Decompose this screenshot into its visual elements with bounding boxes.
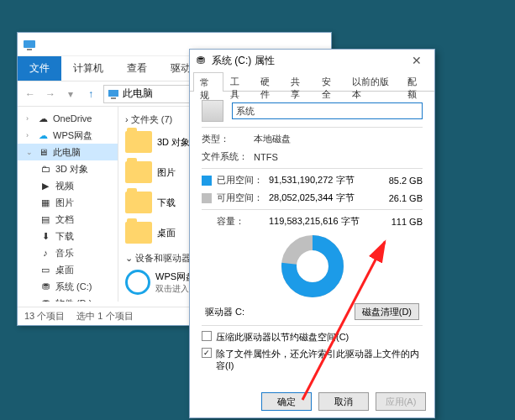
- tab-security[interactable]: 安全: [315, 71, 345, 91]
- type-label: 类型：: [202, 133, 254, 145]
- menu-computer[interactable]: 计算机: [61, 56, 115, 81]
- properties-dialog: ⛃ 系统 (C:) 属性 ✕ 常规 工具 硬件 共享 安全 以前的版本 配额 系…: [189, 49, 435, 418]
- folder-icon: [125, 131, 152, 153]
- cap-gb: 111 GB: [381, 217, 423, 227]
- tree-item[interactable]: 🗀3D 对象: [18, 160, 118, 177]
- close-icon[interactable]: ✕: [404, 54, 429, 67]
- compress-checkbox-row[interactable]: 压缩此驱动器以节约磁盘空间(C): [202, 331, 423, 343]
- dialog-titlebar: ⛃ 系统 (C:) 属性 ✕: [190, 50, 434, 71]
- used-swatch: [202, 176, 212, 186]
- folder-icon: [125, 161, 152, 183]
- tree-item[interactable]: ▭桌面: [18, 261, 118, 278]
- used-label: 已用空间：: [217, 174, 269, 186]
- usage-chart: [279, 233, 346, 300]
- tree-item[interactable]: ▶视频: [18, 177, 118, 194]
- type-value: 本地磁盘: [254, 133, 291, 145]
- tree-item[interactable]: ▤文档: [18, 211, 118, 228]
- free-gb: 26.1 GB: [381, 193, 423, 203]
- tree-item[interactable]: ♪音乐: [18, 244, 118, 261]
- used-gb: 85.2 GB: [381, 176, 423, 186]
- cap-label: 容量：: [217, 215, 269, 228]
- breadcrumb: 此电脑: [123, 87, 153, 101]
- tree-item[interactable]: ⛃系统 (C:): [18, 278, 118, 295]
- tree-wps[interactable]: ›☁WPS网盘: [18, 127, 118, 144]
- disk-cleanup-button[interactable]: 磁盘清理(D): [355, 303, 419, 320]
- tab-hardware[interactable]: 硬件: [254, 71, 284, 91]
- tab-strip: 常规 工具 硬件 共享 安全 以前的版本 配额: [190, 71, 434, 92]
- dialog-title: 系统 (C:) 属性: [212, 54, 275, 68]
- desktop-icon: ▭: [39, 264, 51, 276]
- tab-quota[interactable]: 配额: [401, 71, 431, 91]
- tree-thispc[interactable]: ⌄🖥此电脑: [18, 144, 118, 160]
- svg-rect-0: [24, 40, 35, 48]
- tab-sharing[interactable]: 共享: [284, 71, 314, 91]
- folder-icon: [125, 222, 152, 244]
- tab-previous[interactable]: 以前的版本: [345, 71, 401, 91]
- ok-button[interactable]: 确定: [261, 392, 312, 411]
- tree-onedrive[interactable]: ›☁OneDrive: [18, 110, 118, 127]
- thispc-icon: 🖥: [37, 146, 49, 158]
- checkbox-icon[interactable]: [202, 331, 212, 341]
- doc-icon: ▤: [39, 213, 51, 225]
- cancel-button[interactable]: 取消: [318, 392, 369, 411]
- drive-label: 驱动器 C:: [205, 306, 244, 318]
- menu-view[interactable]: 查看: [115, 56, 159, 81]
- cloud-icon: ☁: [37, 113, 49, 124]
- fs-label: 文件系统：: [202, 150, 254, 163]
- apply-button[interactable]: 应用(A): [376, 392, 426, 411]
- svg-rect-1: [27, 49, 32, 50]
- used-bytes: 91,531,190,272 字节: [269, 174, 381, 186]
- tree-item[interactable]: ⬇下载: [18, 228, 118, 244]
- svg-rect-2: [108, 90, 118, 97]
- tree-item[interactable]: ▦图片: [18, 194, 118, 211]
- wps-icon: [125, 270, 150, 295]
- free-swatch: [202, 193, 212, 203]
- svg-rect-3: [111, 97, 116, 99]
- nav-back-icon[interactable]: ←: [23, 87, 38, 102]
- cloud-icon: ☁: [37, 129, 49, 141]
- folder-icon: 🗀: [39, 163, 51, 175]
- drive-icon: [202, 100, 223, 122]
- free-bytes: 28,052,025,344 字节: [269, 192, 381, 204]
- status-selection: 选中 1 个项目: [76, 310, 133, 323]
- nav-down-icon[interactable]: ▾: [63, 87, 78, 102]
- nav-up-icon[interactable]: ↑: [83, 87, 98, 102]
- cap-bytes: 119,583,215,616 字节: [269, 215, 381, 228]
- tree-item[interactable]: ⛃软件 (D:): [18, 295, 118, 302]
- fs-value: NTFS: [254, 152, 278, 162]
- free-label: 可用空间：: [217, 192, 269, 204]
- tab-tools[interactable]: 工具: [223, 71, 254, 91]
- nav-tree: ›☁OneDrive ›☁WPS网盘 ⌄🖥此电脑 🗀3D 对象 ▶视频 ▦图片 …: [18, 107, 118, 302]
- nav-fwd-icon: →: [43, 87, 58, 102]
- folder-icon: [125, 192, 152, 213]
- download-icon: ⬇: [39, 230, 51, 242]
- drive-icon: ⛃: [39, 297, 51, 302]
- tab-general[interactable]: 常规: [193, 72, 223, 92]
- status-count: 13 个项目: [24, 310, 65, 323]
- image-icon: ▦: [39, 197, 51, 208]
- drive-icon: ⛃: [195, 55, 207, 66]
- music-icon: ♪: [39, 247, 51, 259]
- index-checkbox-row[interactable]: ✓除了文件属性外，还允许索引此驱动器上文件的内容(I): [202, 348, 423, 371]
- menu-file[interactable]: 文件: [18, 56, 61, 81]
- drive-name-input[interactable]: 系统: [232, 102, 423, 119]
- thispc-icon: [23, 38, 36, 51]
- checkbox-icon[interactable]: ✓: [202, 348, 212, 358]
- video-icon: ▶: [39, 180, 51, 192]
- thispc-icon: [108, 88, 119, 100]
- drive-icon: ⛃: [39, 281, 51, 292]
